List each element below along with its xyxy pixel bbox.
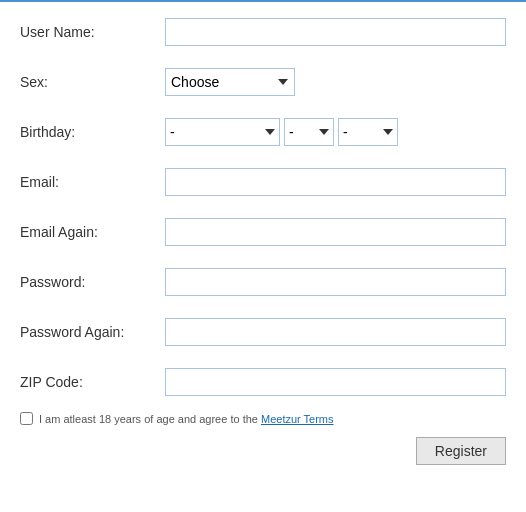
email-input[interactable] [165, 168, 506, 196]
username-row: User Name: [20, 12, 506, 52]
birthday-year-select[interactable]: - 2005200420032002 2001200019991998 1997… [338, 118, 398, 146]
password-again-label: Password Again: [20, 324, 165, 340]
birthday-day-select[interactable]: - 1234 5678 9101112 13141516 17181920 21… [284, 118, 334, 146]
email-again-label: Email Again: [20, 224, 165, 240]
password-row: Password: [20, 262, 506, 302]
password-label: Password: [20, 274, 165, 290]
zip-row: ZIP Code: [20, 362, 506, 402]
sex-label: Sex: [20, 74, 165, 90]
terms-link[interactable]: Meetzur Terms [261, 413, 334, 425]
password-input[interactable] [165, 268, 506, 296]
password-again-input[interactable] [165, 318, 506, 346]
password-again-row: Password Again: [20, 312, 506, 352]
birthday-selects: - JanuaryFebruaryMarch AprilMayJune July… [165, 118, 506, 146]
birthday-month-select[interactable]: - JanuaryFebruaryMarch AprilMayJune July… [165, 118, 280, 146]
register-button[interactable]: Register [416, 437, 506, 465]
birthday-row: Birthday: - JanuaryFebruaryMarch AprilMa… [20, 112, 506, 152]
sex-select[interactable]: Choose Male Female [165, 68, 295, 96]
sex-row: Sex: Choose Male Female [20, 62, 506, 102]
terms-row: I am atleast 18 years of age and agree t… [20, 412, 506, 425]
zip-input[interactable] [165, 368, 506, 396]
birthday-label: Birthday: [20, 124, 165, 140]
zip-label: ZIP Code: [20, 374, 165, 390]
email-label: Email: [20, 174, 165, 190]
username-label: User Name: [20, 24, 165, 40]
terms-text: I am atleast 18 years of age and agree t… [39, 413, 334, 425]
button-row: Register [20, 437, 506, 465]
email-again-input[interactable] [165, 218, 506, 246]
username-input[interactable] [165, 18, 506, 46]
email-row: Email: [20, 162, 506, 202]
terms-checkbox[interactable] [20, 412, 33, 425]
registration-form: User Name: Sex: Choose Male Female Birth… [0, 0, 526, 485]
email-again-row: Email Again: [20, 212, 506, 252]
